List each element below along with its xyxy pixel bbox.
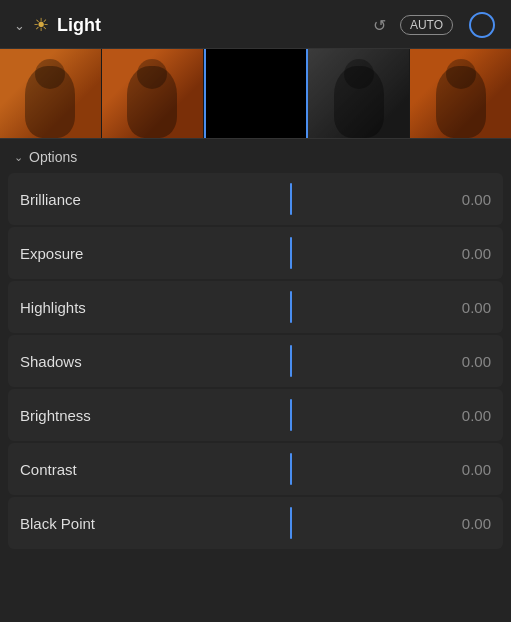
shadows-indicator <box>290 345 292 377</box>
slider-brightness[interactable]: Brightness 0.00 <box>8 389 503 441</box>
brightness-value: 0.00 <box>441 407 491 424</box>
shadows-value: 0.00 <box>441 353 491 370</box>
sliders-container: Brilliance 0.00 Exposure 0.00 Highlights… <box>0 173 511 622</box>
slider-highlights[interactable]: Highlights 0.00 <box>8 281 503 333</box>
undo-icon[interactable]: ↺ <box>373 16 386 35</box>
exposure-label: Exposure <box>20 245 140 262</box>
contrast-indicator <box>290 453 292 485</box>
blackpoint-value: 0.00 <box>441 515 491 532</box>
filmstrip-face-5 <box>410 49 511 138</box>
highlights-indicator <box>290 291 292 323</box>
contrast-value: 0.00 <box>441 461 491 478</box>
brilliance-label: Brilliance <box>20 191 140 208</box>
toggle-button[interactable] <box>469 12 495 38</box>
options-header[interactable]: ⌄ Options <box>0 139 511 173</box>
options-chevron: ⌄ <box>14 151 23 164</box>
slider-blackpoint[interactable]: Black Point 0.00 <box>8 497 503 549</box>
brightness-indicator <box>290 399 292 431</box>
contrast-label: Contrast <box>20 461 140 478</box>
auto-button[interactable]: AUTO <box>400 15 453 35</box>
panel-title: Light <box>57 15 365 36</box>
slider-brilliance[interactable]: Brilliance 0.00 <box>8 173 503 225</box>
sun-icon: ☀ <box>33 14 49 36</box>
filmstrip-face-1 <box>0 49 101 138</box>
options-label: Options <box>29 149 77 165</box>
filmstrip-item[interactable] <box>308 49 410 138</box>
highlights-label: Highlights <box>20 299 140 316</box>
brilliance-value: 0.00 <box>441 191 491 208</box>
slider-contrast[interactable]: Contrast 0.00 <box>8 443 503 495</box>
filmstrip <box>0 49 511 139</box>
brilliance-indicator <box>290 183 292 215</box>
filmstrip-face-4 <box>308 49 409 138</box>
filmstrip-item[interactable] <box>0 49 102 138</box>
filmstrip-face-2 <box>102 49 203 138</box>
filmstrip-item[interactable] <box>204 49 309 138</box>
shadows-label: Shadows <box>20 353 140 370</box>
panel-header: ⌄ ☀ Light ↺ AUTO <box>0 0 511 49</box>
filmstrip-face-3 <box>206 49 307 138</box>
brightness-label: Brightness <box>20 407 140 424</box>
highlights-value: 0.00 <box>441 299 491 316</box>
exposure-indicator <box>290 237 292 269</box>
collapse-chevron[interactable]: ⌄ <box>14 18 25 33</box>
blackpoint-indicator <box>290 507 292 539</box>
exposure-value: 0.00 <box>441 245 491 262</box>
blackpoint-label: Black Point <box>20 515 140 532</box>
filmstrip-item[interactable] <box>102 49 204 138</box>
light-panel: ⌄ ☀ Light ↺ AUTO <box>0 0 511 622</box>
slider-exposure[interactable]: Exposure 0.00 <box>8 227 503 279</box>
filmstrip-item[interactable] <box>410 49 511 138</box>
slider-shadows[interactable]: Shadows 0.00 <box>8 335 503 387</box>
